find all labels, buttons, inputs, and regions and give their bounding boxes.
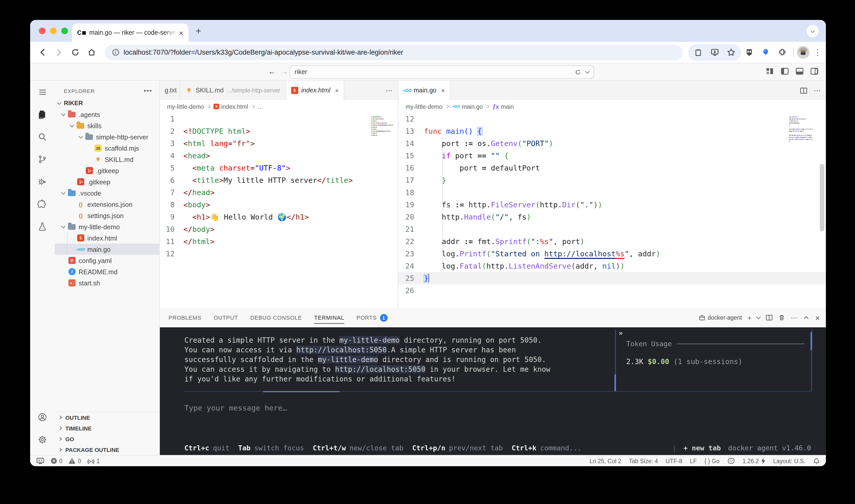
tree-item-config-yaml[interactable]: config.yaml	[55, 255, 159, 266]
editor-forward-button[interactable]: →	[281, 67, 289, 76]
tree-item-main-go[interactable]: ≡GOmain.go	[55, 244, 159, 255]
more-tabs-icon[interactable]: ⋯	[386, 86, 393, 94]
close-tab-icon[interactable]: ×	[441, 87, 445, 94]
terminal-profile[interactable]: docker-agent	[698, 314, 742, 321]
tree-item-index-html[interactable]: 5index.html	[55, 232, 159, 244]
menu-hamburger-icon[interactable]	[31, 81, 54, 103]
breadcrumb[interactable]: my-little-demo 5 index.html …	[160, 100, 398, 113]
panel-tab-output[interactable]: OUTPUT	[214, 308, 238, 327]
close-window-button[interactable]	[39, 28, 46, 34]
url-bar[interactable]: localhost:7070/?folder=/Users/k33g/CodeB…	[105, 45, 683, 60]
browser-reload-button[interactable]	[67, 44, 83, 60]
split-editor-icon[interactable]	[800, 87, 807, 94]
bookmark-star-icon[interactable]	[723, 44, 739, 60]
command-center-search[interactable]: riker	[290, 65, 594, 79]
message-input[interactable]: Type your message here…	[184, 404, 287, 412]
remote-indicator-icon[interactable]	[36, 457, 44, 464]
status-item-utf-8[interactable]: UTF-8	[666, 458, 682, 464]
split-terminal-icon[interactable]	[766, 314, 773, 321]
breadcrumb[interactable]: my-little-demo ≡GO main.go ƒx main	[398, 100, 826, 113]
terminal[interactable]: Created a simple HTTP server in the my-l…	[160, 327, 826, 455]
editor-index-html[interactable]: 12<!DOCTYPE html>3<html lang="fr">4<head…	[160, 113, 398, 308]
section-go[interactable]: GO	[55, 434, 159, 444]
tree-item-scaffold-mjs[interactable]: JSscaffold.mjs	[55, 142, 159, 154]
tree-item-simple-http-server[interactable]: simple-http-server	[55, 131, 159, 142]
status-item-gopher[interactable]	[727, 457, 735, 464]
tree-item-readme-md[interactable]: iREADME.md	[55, 266, 159, 277]
minimap[interactable]	[371, 114, 394, 138]
explorer-more-actions-icon[interactable]: •••	[144, 87, 152, 94]
browser-menu-kebab-icon[interactable]: ⋮	[809, 48, 826, 57]
site-info-icon[interactable]	[112, 49, 120, 56]
extension-m-icon[interactable]	[741, 44, 758, 60]
tab-g-txt[interactable]: g.txt	[160, 81, 180, 100]
tree-item--gitkeep[interactable]: .gitkeep	[55, 165, 159, 176]
close-panel-icon[interactable]: ×	[815, 314, 820, 321]
tree-item--gitkeep[interactable]: .gitkeep	[55, 176, 159, 187]
editor-main-go[interactable]: 1213func main() {14 port := os.Getenv("P…	[398, 113, 826, 308]
maximize-panel-icon[interactable]	[803, 314, 809, 321]
refresh-icon[interactable]	[575, 69, 581, 75]
editor-actions-kebab-icon[interactable]: ⋯	[814, 86, 821, 94]
browser-tab[interactable]: C main.go — riker — code-serve ×	[72, 23, 189, 42]
section-timeline[interactable]: TIMELINE	[55, 423, 159, 434]
problems-warnings[interactable]: 0	[69, 457, 81, 464]
run-debug-icon[interactable]	[31, 170, 54, 193]
tree-item-start-sh[interactable]: >_start.sh	[55, 277, 159, 289]
browser-home-button[interactable]	[83, 44, 100, 60]
toggle-sidebar-icon[interactable]	[780, 67, 789, 76]
tab-skill-md[interactable]: SKILL.md .../simple-http-server	[180, 81, 286, 100]
clipboard-icon[interactable]	[690, 44, 706, 60]
tab-main-go[interactable]: ≡GO main.go ×	[398, 81, 450, 100]
browser-profile-avatar[interactable]	[797, 46, 809, 59]
tree-item--vscode[interactable]: .vscode	[55, 187, 159, 199]
tree-item-settings-json[interactable]: {}settings.json	[55, 210, 159, 221]
status-item-lf[interactable]: LF	[690, 458, 697, 464]
panel-tab-ports[interactable]: PORTS1	[357, 308, 387, 327]
terminal-dropdown-icon[interactable]	[756, 315, 761, 319]
testing-beaker-icon[interactable]	[31, 215, 54, 238]
collapse-chevrons[interactable]: »	[619, 329, 623, 337]
status-item-1-26-2[interactable]: 1.26.2	[742, 457, 765, 464]
panel-tab-debug-console[interactable]: DEBUG CONSOLE	[250, 308, 302, 327]
install-app-icon[interactable]	[706, 44, 723, 60]
browser-forward-button[interactable]	[51, 44, 67, 60]
panel-tab-problems[interactable]: PROBLEMS	[168, 308, 201, 327]
minimap[interactable]	[789, 114, 813, 144]
section-outline[interactable]: OUTLINE	[55, 412, 159, 423]
status-item-bell[interactable]	[813, 457, 820, 464]
close-tab-icon[interactable]: ×	[335, 87, 339, 94]
tree-item-my-little-demo[interactable]: my-little-demo	[55, 221, 159, 232]
status-item-layout-u-s-[interactable]: Layout: U.S.	[773, 458, 805, 464]
search-icon[interactable]	[31, 126, 54, 148]
panel-tab-terminal[interactable]: TERMINAL	[314, 308, 344, 327]
status-item--go[interactable]: { } Go	[705, 458, 720, 464]
status-item-tab-size-4[interactable]: Tab Size: 4	[629, 458, 658, 464]
extension-balloon-icon[interactable]	[758, 44, 774, 60]
tree-item--agents[interactable]: .agents	[55, 109, 159, 120]
customize-layout-icon[interactable]	[766, 67, 774, 76]
tree-item-skill-md[interactable]: SKILL.md	[55, 154, 159, 165]
tab-index-html[interactable]: 5 index.html ×	[286, 81, 344, 100]
browser-back-button[interactable]	[34, 44, 51, 60]
zoom-window-button[interactable]	[61, 28, 68, 34]
toggle-panel-icon[interactable]	[795, 67, 804, 76]
account-icon[interactable]	[31, 406, 54, 428]
toggle-secondary-sidebar-icon[interactable]	[810, 67, 819, 76]
new-terminal-icon[interactable]: +	[747, 314, 751, 321]
minimize-window-button[interactable]	[50, 28, 57, 34]
tree-item-extensions-json[interactable]: {}extensions.json	[55, 199, 159, 210]
tab-search-button[interactable]	[806, 25, 819, 37]
settings-gear-icon[interactable]	[31, 428, 54, 451]
tree-item-skills[interactable]: skills	[55, 120, 159, 131]
new-tab-button[interactable]: +	[196, 25, 201, 37]
close-tab-icon[interactable]: ×	[179, 29, 183, 37]
panel-more-actions-icon[interactable]: ⋯	[791, 314, 797, 321]
source-control-icon[interactable]	[31, 148, 54, 170]
extensions-icon[interactable]	[31, 193, 54, 215]
section-package-outline[interactable]: PACKAGE OUTLINE	[55, 444, 159, 455]
kill-terminal-trash-icon[interactable]	[778, 314, 785, 321]
editor-back-button[interactable]: ←	[268, 67, 276, 76]
explorer-root-folder[interactable]: RIKER	[55, 97, 159, 109]
extensions-puzzle-icon[interactable]	[774, 44, 790, 60]
